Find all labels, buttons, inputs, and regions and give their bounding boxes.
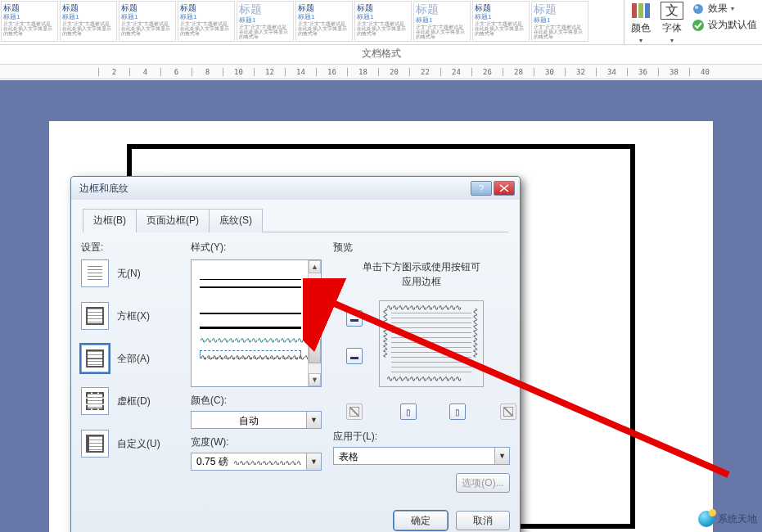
globe-icon	[698, 511, 715, 527]
svg-rect-0	[632, 3, 637, 18]
style-thumbnail[interactable]: 标题标题1正文"正文"主题被试是在此处插入文字将显示的格式等	[178, 1, 235, 42]
style-thumbnail[interactable]: 标题标题1正文"正文"主题被试是在此处插入文字将显示的格式等	[472, 1, 530, 42]
svg-point-4	[695, 6, 698, 9]
scroll-up-icon[interactable]: ▲	[309, 260, 321, 273]
dropdown-icon[interactable]: ▼	[494, 448, 509, 464]
options-button: 选项(O)...	[456, 473, 510, 493]
style-thumbnail[interactable]: 标题标题1正文"正文"主题被试是在此处插入文字将显示的格式等	[237, 1, 294, 42]
svg-point-3	[693, 4, 703, 14]
svg-rect-1	[638, 3, 643, 18]
settings-label: 设置:	[81, 241, 179, 255]
apply-to-combo[interactable]: 表格 ▼	[333, 447, 510, 465]
ribbon-group-label: 文档格式	[0, 45, 762, 65]
width-value: 0.75 磅	[196, 455, 228, 469]
effects-icon	[692, 2, 705, 16]
style-scrollbar[interactable]: ▲ ▼	[308, 260, 321, 386]
style-option-medium[interactable]	[200, 306, 301, 314]
style-option-wavy-selected[interactable]	[200, 350, 301, 358]
width-preview: ∿∿∿∿∿∿∿∿∿∿∿∿	[233, 458, 301, 465]
close-icon	[499, 184, 509, 192]
colors-button[interactable]: 颜色 ▾	[629, 2, 652, 44]
fonts-button[interactable]: 文 字体 ▾	[661, 2, 683, 44]
border-middle-button[interactable]: ▬	[346, 348, 363, 364]
ribbon-right: 颜色 ▾ 文 字体 ▾ 效果 ▾ 设为默认值	[624, 0, 762, 44]
borders-shading-dialog: 边框和底纹 ? 边框(B) 页面边框(P) 底纹(S) 设置: 无(N)	[70, 176, 521, 532]
setting-grid[interactable]: 虚框(D)	[81, 387, 179, 415]
ruler: 246810121416182022242628303234363840	[0, 65, 762, 79]
setting-box[interactable]: 方框(X)	[81, 302, 179, 330]
style-thumbnail[interactable]: 标题标题1正文"正文"主题被试是在此处插入文字将显示的格式等	[119, 1, 176, 42]
style-gallery[interactable]: 标题标题1正文"正文"主题被试是在此处插入文字将显示的格式等标题标题1正文"正文…	[0, 0, 624, 44]
ok-button[interactable]: 确定	[394, 511, 448, 530]
caret-icon: ▾	[731, 5, 734, 12]
border-right-button[interactable]: ▯	[449, 404, 466, 420]
scroll-down-icon[interactable]: ▼	[309, 373, 321, 386]
border-diag2-button[interactable]	[500, 404, 516, 420]
watermark: 系统天地	[698, 511, 757, 527]
fonts-label: 字体	[662, 21, 682, 35]
ruler-marks: 246810121416182022242628303234363840	[98, 68, 720, 76]
fonts-icon: 文	[661, 2, 683, 20]
settings-column: 设置: 无(N) 方框(X) 全部(A) 虚框	[81, 241, 179, 493]
style-option-thick[interactable]	[200, 321, 301, 329]
style-listbox[interactable]: ∿∿∿∿∿∿∿∿∿∿∿∿∿∿∿∿∿∿∿∿ ▲ ▼	[191, 259, 322, 387]
apply-to-value: 表格	[334, 448, 494, 464]
dialog-tabs: 边框(B) 页面边框(P) 底纹(S)	[83, 208, 508, 232]
caret-icon: ▾	[639, 37, 643, 44]
width-label: 宽度(W):	[191, 435, 322, 449]
color-label: 颜色(C):	[191, 394, 322, 408]
preview-diagram[interactable]: ∿∿∿∿∿∿∿∿∿∿ ∿∿∿∿∿∿∿∿∿∿	[379, 300, 484, 387]
style-thumbnail[interactable]: 标题标题1正文"正文"主题被试是在此处插入文字将显示的格式等	[413, 1, 471, 42]
preview-label: 预览	[333, 241, 510, 255]
check-icon	[692, 19, 705, 32]
apply-to-label: 应用于(L):	[333, 430, 510, 444]
ribbon-options: 效果 ▾ 设为默认值	[692, 2, 757, 32]
watermark-text: 系统天地	[718, 512, 757, 526]
help-button[interactable]: ?	[471, 181, 492, 196]
border-diag1-button[interactable]	[346, 404, 363, 420]
border-top-button[interactable]: ▬	[346, 310, 363, 327]
svg-rect-2	[645, 3, 650, 18]
border-left-button[interactable]: ▯	[400, 404, 417, 420]
style-thumbnail[interactable]: 标题标题1正文"正文"主题被试是在此处插入文字将显示的格式等	[1, 1, 58, 42]
style-option-solid[interactable]	[200, 272, 301, 280]
set-default-label: 设为默认值	[708, 18, 757, 32]
dropdown-icon[interactable]: ▼	[306, 453, 321, 470]
style-option-wavy1[interactable]: ∿∿∿∿∿∿∿∿∿∿∿∿∿∿∿∿∿∿∿∿	[200, 336, 301, 344]
close-button[interactable]	[494, 181, 515, 196]
effects-label: 效果	[708, 2, 728, 16]
cancel-button[interactable]: 取消	[456, 511, 510, 530]
scroll-thumb[interactable]	[309, 339, 321, 363]
setting-none[interactable]: 无(N)	[81, 259, 179, 287]
document-area: 确定 取消 边框和底纹 ? 边框(B) 页面边框(P) 底纹(S) 设置:	[0, 80, 762, 532]
preview-column: 预览 单击下方图示或使用按钮可应用边框 ∿∿∿∿∿∿∿∿∿∿ ∿∿∿∿∿∿∿∿∿…	[333, 241, 510, 493]
color-combo[interactable]: 自动 ▼	[191, 411, 322, 429]
style-column: 样式(Y): ∿∿∿∿∿∿∿∿∿∿∿∿∿∿∿∿∿∿∿∿ ▲	[191, 241, 322, 493]
dropdown-icon[interactable]: ▼	[306, 412, 321, 428]
colors-icon	[629, 2, 652, 20]
style-thumbnail[interactable]: 标题标题1正文"正文"主题被试是在此处插入文字将显示的格式等	[60, 1, 117, 42]
setting-all[interactable]: 全部(A)	[81, 345, 179, 372]
tab-shading[interactable]: 底纹(S)	[209, 209, 263, 232]
setting-custom[interactable]: 自定义(U)	[81, 430, 179, 458]
preview-area: ∿∿∿∿∿∿∿∿∿∿ ∿∿∿∿∿∿∿∿∿∿ ▬ ▬ ▯ ▯	[333, 300, 510, 423]
color-value: 自动	[192, 412, 306, 428]
effects-button[interactable]: 效果 ▾	[692, 2, 757, 16]
ribbon: 标题标题1正文"正文"主题被试是在此处插入文字将显示的格式等标题标题1正文"正文…	[0, 0, 762, 45]
tab-page-border[interactable]: 页面边框(P)	[136, 209, 210, 232]
tab-border[interactable]: 边框(B)	[83, 209, 137, 232]
set-default-button[interactable]: 设为默认值	[692, 18, 757, 32]
style-thumbnail[interactable]: 标题标题1正文"正文"主题被试是在此处插入文字将显示的格式等	[295, 1, 353, 42]
width-combo[interactable]: 0.75 磅 ∿∿∿∿∿∿∿∿∿∿∿∿ ▼	[191, 453, 322, 471]
svg-point-5	[692, 20, 704, 31]
colors-label: 颜色	[631, 21, 651, 35]
style-label: 样式(Y):	[191, 241, 322, 255]
titlebar[interactable]: 边框和底纹 ?	[71, 177, 520, 200]
style-thumbnail[interactable]: 标题标题1正文"正文"主题被试是在此处插入文字将显示的格式等	[531, 1, 588, 42]
dialog-footer: 确定 取消	[71, 503, 520, 532]
style-option-double[interactable]	[200, 286, 301, 288]
dialog-title: 边框和底纹	[79, 182, 469, 196]
caret-icon: ▾	[670, 37, 674, 44]
preview-hint: 单击下方图示或使用按钮可应用边框	[333, 259, 510, 289]
style-thumbnail[interactable]: 标题标题1正文"正文"主题被试是在此处插入文字将显示的格式等	[354, 1, 412, 42]
